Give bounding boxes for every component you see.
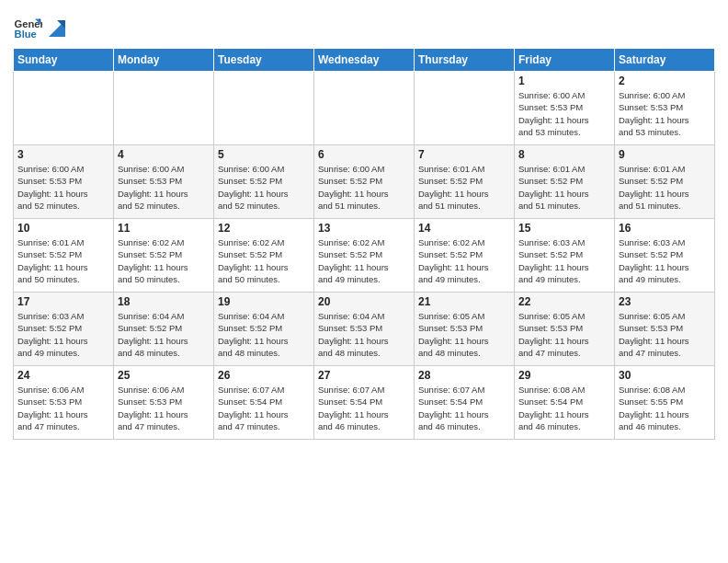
day-number: 9 <box>619 148 711 161</box>
weekday-thursday: Thursday <box>415 49 515 72</box>
day-info: Sunrise: 6:00 AM Sunset: 5:53 PM Dayligh… <box>619 89 711 138</box>
weekday-saturday: Saturday <box>615 49 715 72</box>
day-number: 12 <box>218 222 310 235</box>
day-number: 10 <box>17 222 109 235</box>
day-info: Sunrise: 6:03 AM Sunset: 5:52 PM Dayligh… <box>17 310 109 359</box>
day-info: Sunrise: 6:00 AM Sunset: 5:53 PM Dayligh… <box>17 163 109 212</box>
day-number: 1 <box>518 75 610 87</box>
day-info: Sunrise: 6:04 AM Sunset: 5:52 PM Dayligh… <box>118 310 210 359</box>
day-number: 8 <box>518 148 610 161</box>
day-number: 22 <box>518 295 610 308</box>
week-row-2: 3Sunrise: 6:00 AM Sunset: 5:53 PM Daylig… <box>14 145 715 219</box>
day-cell: 29Sunrise: 6:08 AM Sunset: 5:54 PM Dayli… <box>515 366 615 440</box>
day-cell: 26Sunrise: 6:07 AM Sunset: 5:54 PM Dayli… <box>214 366 314 440</box>
day-number: 2 <box>619 75 711 87</box>
day-info: Sunrise: 6:00 AM Sunset: 5:53 PM Dayligh… <box>518 89 610 138</box>
day-info: Sunrise: 6:01 AM Sunset: 5:52 PM Dayligh… <box>619 163 711 212</box>
day-cell <box>214 72 314 145</box>
day-number: 7 <box>418 148 510 161</box>
weekday-wednesday: Wednesday <box>314 49 415 72</box>
calendar-table: SundayMondayTuesdayWednesdayThursdayFrid… <box>13 48 715 440</box>
day-info: Sunrise: 6:07 AM Sunset: 5:54 PM Dayligh… <box>318 384 410 432</box>
day-cell <box>114 72 214 145</box>
day-number: 29 <box>518 369 610 382</box>
day-number: 11 <box>118 222 210 235</box>
day-info: Sunrise: 6:03 AM Sunset: 5:52 PM Dayligh… <box>518 236 610 285</box>
day-info: Sunrise: 6:01 AM Sunset: 5:52 PM Dayligh… <box>518 163 610 212</box>
day-cell: 25Sunrise: 6:06 AM Sunset: 5:53 PM Dayli… <box>114 366 214 440</box>
day-number: 14 <box>418 222 510 235</box>
day-cell: 18Sunrise: 6:04 AM Sunset: 5:52 PM Dayli… <box>114 293 214 366</box>
header: General Blue <box>13 9 715 42</box>
day-number: 18 <box>118 295 210 308</box>
day-cell: 10Sunrise: 6:01 AM Sunset: 5:52 PM Dayli… <box>14 219 114 293</box>
day-info: Sunrise: 6:04 AM Sunset: 5:52 PM Dayligh… <box>218 310 310 359</box>
day-info: Sunrise: 6:07 AM Sunset: 5:54 PM Dayligh… <box>218 384 310 432</box>
day-info: Sunrise: 6:02 AM Sunset: 5:52 PM Dayligh… <box>418 236 510 285</box>
day-number: 20 <box>318 295 410 308</box>
day-cell: 6Sunrise: 6:00 AM Sunset: 5:52 PM Daylig… <box>314 145 415 219</box>
day-info: Sunrise: 6:00 AM Sunset: 5:52 PM Dayligh… <box>218 163 310 212</box>
day-cell: 14Sunrise: 6:02 AM Sunset: 5:52 PM Dayli… <box>415 219 515 293</box>
weekday-tuesday: Tuesday <box>214 49 314 72</box>
day-info: Sunrise: 6:04 AM Sunset: 5:53 PM Dayligh… <box>318 310 410 359</box>
day-info: Sunrise: 6:03 AM Sunset: 5:52 PM Dayligh… <box>619 236 711 285</box>
week-row-4: 17Sunrise: 6:03 AM Sunset: 5:52 PM Dayli… <box>14 293 715 366</box>
day-cell: 15Sunrise: 6:03 AM Sunset: 5:52 PM Dayli… <box>515 219 615 293</box>
day-cell: 22Sunrise: 6:05 AM Sunset: 5:53 PM Dayli… <box>515 293 615 366</box>
page: General Blue <box>0 0 728 563</box>
day-number: 6 <box>318 148 410 161</box>
day-number: 17 <box>17 295 109 308</box>
day-number: 25 <box>118 369 210 382</box>
day-cell: 13Sunrise: 6:02 AM Sunset: 5:52 PM Dayli… <box>314 219 415 293</box>
day-info: Sunrise: 6:06 AM Sunset: 5:53 PM Dayligh… <box>118 384 210 432</box>
day-cell: 20Sunrise: 6:04 AM Sunset: 5:53 PM Dayli… <box>314 293 415 366</box>
day-cell: 19Sunrise: 6:04 AM Sunset: 5:52 PM Dayli… <box>214 293 314 366</box>
day-cell <box>415 72 515 145</box>
logo-triangle <box>49 20 65 37</box>
day-cell <box>14 72 114 145</box>
day-cell: 28Sunrise: 6:07 AM Sunset: 5:54 PM Dayli… <box>415 366 515 440</box>
day-info: Sunrise: 6:00 AM Sunset: 5:53 PM Dayligh… <box>118 163 210 212</box>
week-row-1: 1Sunrise: 6:00 AM Sunset: 5:53 PM Daylig… <box>14 72 715 145</box>
logo: General Blue <box>13 13 66 42</box>
day-number: 5 <box>218 148 310 161</box>
day-cell: 27Sunrise: 6:07 AM Sunset: 5:54 PM Dayli… <box>314 366 415 440</box>
day-number: 15 <box>518 222 610 235</box>
day-info: Sunrise: 6:08 AM Sunset: 5:55 PM Dayligh… <box>619 384 711 432</box>
day-cell: 11Sunrise: 6:02 AM Sunset: 5:52 PM Dayli… <box>114 219 214 293</box>
day-cell: 7Sunrise: 6:01 AM Sunset: 5:52 PM Daylig… <box>415 145 515 219</box>
day-info: Sunrise: 6:08 AM Sunset: 5:54 PM Dayligh… <box>518 384 610 432</box>
day-info: Sunrise: 6:02 AM Sunset: 5:52 PM Dayligh… <box>118 236 210 285</box>
day-cell: 4Sunrise: 6:00 AM Sunset: 5:53 PM Daylig… <box>114 145 214 219</box>
svg-text:Blue: Blue <box>15 29 37 40</box>
day-info: Sunrise: 6:01 AM Sunset: 5:52 PM Dayligh… <box>17 236 109 285</box>
day-cell: 17Sunrise: 6:03 AM Sunset: 5:52 PM Dayli… <box>14 293 114 366</box>
logo-icon: General Blue <box>13 13 42 42</box>
day-number: 24 <box>17 369 109 382</box>
day-info: Sunrise: 6:05 AM Sunset: 5:53 PM Dayligh… <box>518 310 610 359</box>
day-cell: 12Sunrise: 6:02 AM Sunset: 5:52 PM Dayli… <box>214 219 314 293</box>
day-cell: 9Sunrise: 6:01 AM Sunset: 5:52 PM Daylig… <box>615 145 715 219</box>
day-number: 27 <box>318 369 410 382</box>
day-number: 13 <box>318 222 410 235</box>
day-info: Sunrise: 6:06 AM Sunset: 5:53 PM Dayligh… <box>17 384 109 432</box>
day-number: 28 <box>418 369 510 382</box>
day-number: 3 <box>17 148 109 161</box>
day-number: 21 <box>418 295 510 308</box>
day-number: 19 <box>218 295 310 308</box>
day-cell: 8Sunrise: 6:01 AM Sunset: 5:52 PM Daylig… <box>515 145 615 219</box>
weekday-sunday: Sunday <box>14 49 114 72</box>
day-cell <box>314 72 415 145</box>
day-info: Sunrise: 6:00 AM Sunset: 5:52 PM Dayligh… <box>318 163 410 212</box>
day-number: 16 <box>619 222 711 235</box>
day-info: Sunrise: 6:05 AM Sunset: 5:53 PM Dayligh… <box>619 310 711 359</box>
day-info: Sunrise: 6:01 AM Sunset: 5:52 PM Dayligh… <box>418 163 510 212</box>
day-cell: 2Sunrise: 6:00 AM Sunset: 5:53 PM Daylig… <box>615 72 715 145</box>
day-cell: 1Sunrise: 6:00 AM Sunset: 5:53 PM Daylig… <box>515 72 615 145</box>
day-info: Sunrise: 6:05 AM Sunset: 5:53 PM Dayligh… <box>418 310 510 359</box>
week-row-3: 10Sunrise: 6:01 AM Sunset: 5:52 PM Dayli… <box>14 219 715 293</box>
day-number: 4 <box>118 148 210 161</box>
day-cell: 21Sunrise: 6:05 AM Sunset: 5:53 PM Dayli… <box>415 293 515 366</box>
day-cell: 5Sunrise: 6:00 AM Sunset: 5:52 PM Daylig… <box>214 145 314 219</box>
